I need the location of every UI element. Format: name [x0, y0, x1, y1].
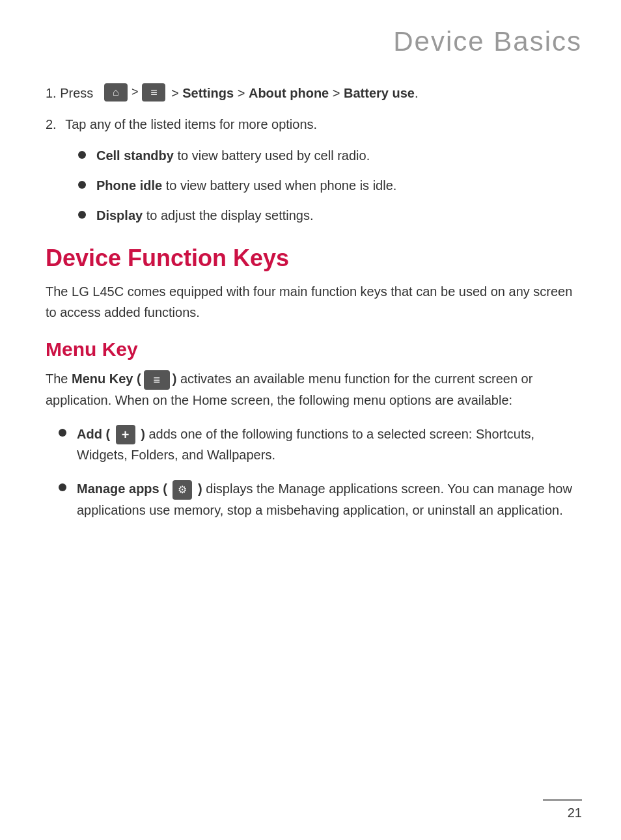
bullet-item-manage-apps: Manage apps ( ) displays the Manage appl…	[59, 478, 575, 521]
step-bullet-list: Cell standby to view battery used by cel…	[78, 146, 575, 225]
bullet-dot-manage	[59, 483, 66, 491]
subsection-title-menu-key: Menu Key	[46, 338, 575, 360]
bullet-text-add: Add ( ) adds one of the following functi…	[77, 424, 575, 466]
step-1-number: 1. Press	[46, 83, 93, 103]
step-1-text: > Settings > About phone > Battery use.	[167, 83, 418, 103]
bullet-dot-add	[59, 429, 66, 437]
page-title: Device Basics	[39, 26, 582, 57]
step-2-text: Tap any of the listed items for more opt…	[65, 115, 317, 134]
add-icon	[116, 425, 135, 444]
section-description: The LG L45C comes equipped with four mai…	[46, 281, 575, 323]
bullet-text-1: Cell standby to view battery used by cel…	[96, 146, 370, 165]
page-number: 21	[568, 806, 582, 820]
bullet-dot-2	[78, 181, 86, 189]
content-area: 1. Press > > Settings > About phone > Ba…	[39, 83, 582, 521]
menu-key-icon	[144, 370, 170, 390]
step-2: 2. Tap any of the listed items for more …	[46, 115, 575, 134]
step-2-number: 2.	[46, 115, 60, 134]
bullet-item-add: Add ( ) adds one of the following functi…	[59, 424, 575, 466]
menu-key-bullet-list: Add ( ) adds one of the following functi…	[59, 424, 575, 521]
bullet-item-cell-standby: Cell standby to view battery used by cel…	[78, 146, 575, 165]
manage-apps-icon	[172, 480, 192, 500]
subsection-description-menu-key: The Menu Key () activates an available m…	[46, 368, 575, 411]
bullet-text-manage: Manage apps ( ) displays the Manage appl…	[77, 478, 575, 521]
page-divider	[543, 799, 582, 801]
bullet-text-3: Display to adjust the display settings.	[96, 206, 314, 225]
section-title-device-function-keys: Device Function Keys	[46, 245, 575, 272]
arrow-1: >	[131, 83, 139, 101]
bullet-item-phone-idle: Phone idle to view battery used when pho…	[78, 176, 575, 195]
page: Device Basics 1. Press > > Settings > Ab…	[0, 0, 621, 840]
bullet-text-2: Phone idle to view battery used when pho…	[96, 176, 396, 195]
step-1: 1. Press > > Settings > About phone > Ba…	[46, 83, 575, 103]
bullet-dot-3	[78, 211, 86, 219]
menu-icon	[142, 83, 165, 102]
bullet-dot-1	[78, 151, 86, 159]
home-icon	[104, 83, 128, 102]
bullet-item-display: Display to adjust the display settings.	[78, 206, 575, 225]
